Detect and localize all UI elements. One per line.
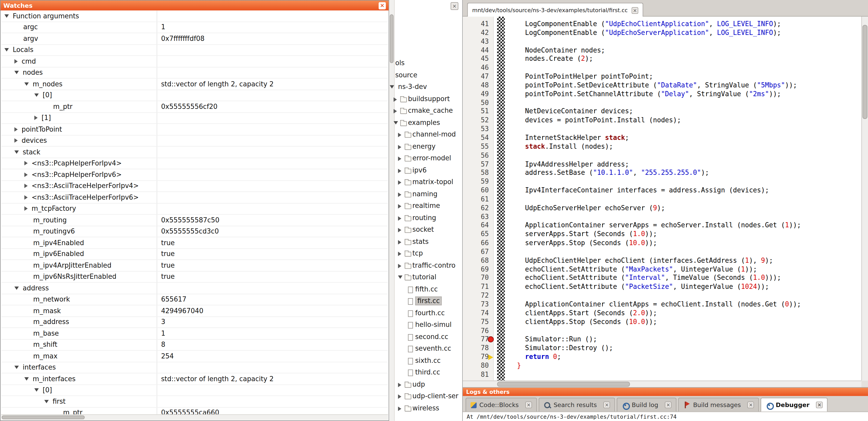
expand-arrow-icon[interactable]	[398, 228, 401, 232]
code-line[interactable]: 71 echoClient.SetAttribute ("PacketSize"…	[463, 283, 861, 292]
code-line[interactable]: 64 ApplicationContainer serverApps = ech…	[463, 221, 861, 230]
tree-item-label[interactable]: error-model	[412, 154, 451, 162]
tree-item-tutorial[interactable]: tutorial	[389, 271, 462, 284]
collapse-arrow-icon[interactable]	[390, 85, 394, 89]
code-line[interactable]: 61	[463, 195, 861, 204]
watch-row[interactable]: m_base1	[1, 328, 388, 339]
watch-row[interactable]: m_ptr0x55555556cf20	[1, 101, 388, 112]
watch-row[interactable]: m_ipv6Enabledtrue	[1, 249, 388, 260]
code-line[interactable]: 52 devices = pointToPoint.Install (nodes…	[463, 117, 861, 125]
code-line[interactable]: 63	[463, 213, 861, 222]
code-line[interactable]: 79 return 0;	[463, 353, 861, 362]
expand-arrow-icon[interactable]	[14, 138, 18, 143]
expand-arrow-icon[interactable]	[398, 144, 401, 149]
code-line[interactable]: 67	[463, 248, 861, 257]
code-line[interactable]: 60 Ipv4InterfaceContainer interfaces = a…	[463, 187, 861, 195]
watch-row[interactable]: m_routingv60x5555555cd3c0	[1, 226, 388, 237]
collapse-arrow-icon[interactable]	[4, 48, 9, 52]
tree-item-label[interactable]: first.cc	[415, 297, 442, 305]
code-line[interactable]: 73 ApplicationContainer clientApps = ech…	[463, 300, 861, 309]
close-icon[interactable]: ×	[379, 2, 386, 9]
tree-item-energy[interactable]: energy	[389, 141, 462, 153]
tree-item-label[interactable]: sixth.cc	[415, 357, 440, 364]
logs-tab-debugger[interactable]: Debugger×	[761, 398, 828, 412]
tree-item-label[interactable]: channel-mod	[412, 131, 456, 138]
watch-row[interactable]: Function arguments	[1, 10, 388, 22]
code-line[interactable]: 69 echoClient.SetAttribute ("MaxPackets"…	[463, 265, 861, 274]
close-icon[interactable]: ×	[665, 401, 672, 408]
watches-titlebar[interactable]: Watches ×	[1, 1, 389, 10]
expand-arrow-icon[interactable]	[394, 97, 397, 101]
code-line[interactable]: 62 UdpEchoServerHelper echoServer (9);	[463, 204, 861, 213]
tree-item-cmake-cache[interactable]: cmake_cache	[389, 105, 462, 117]
expand-arrow-icon[interactable]	[394, 109, 397, 113]
tree-item-label[interactable]: hello-simul	[415, 321, 452, 329]
tree-item-socket[interactable]: socket	[389, 224, 462, 236]
code-editor[interactable]: 41 LogComponentEnable ("UdpEchoClientApp…	[463, 17, 861, 380]
watch-row[interactable]: [0]	[1, 90, 388, 101]
tree-item-label[interactable]: wireless	[412, 404, 439, 412]
watch-row[interactable]: cmd	[1, 56, 388, 67]
tree-item-label[interactable]: cmake_cache	[408, 107, 453, 115]
logs-tab-build-log[interactable]: Build log×	[617, 398, 677, 412]
collapse-arrow-icon[interactable]	[394, 121, 398, 124]
tree-item-channel-mod[interactable]: channel-mod	[389, 129, 462, 141]
watch-row[interactable]: argc1	[1, 22, 388, 33]
watch-row[interactable]: <ns3::PcapHelperForIpv4>	[1, 158, 388, 169]
tree-item-label[interactable]: stats	[412, 238, 429, 246]
tree-item-label[interactable]: traffic-contro	[412, 261, 456, 269]
editor-horizontal-scrollbar[interactable]	[463, 381, 861, 387]
expand-arrow-icon[interactable]	[398, 263, 401, 268]
expand-arrow-icon[interactable]	[398, 157, 401, 161]
code-line[interactable]: 58 address.SetBase ("10.1.1.0", "255.255…	[463, 169, 861, 177]
expand-arrow-icon[interactable]	[398, 383, 401, 387]
tree-item-label[interactable]: routing	[412, 214, 436, 222]
tree-item-source[interactable]: source	[389, 69, 462, 81]
tree-item-label[interactable]: buildsupport	[408, 95, 450, 103]
code-line[interactable]: 72	[463, 292, 861, 300]
watch-row[interactable]: [0]	[1, 385, 388, 396]
watch-row[interactable]: <ns3::AsciiTraceHelperForIpv4>	[1, 181, 388, 192]
tree-item-label[interactable]: realtime	[412, 202, 440, 210]
collapse-arrow-icon[interactable]	[4, 14, 9, 18]
collapse-arrow-icon[interactable]	[24, 377, 29, 380]
watch-row[interactable]: m_tcpFactory	[1, 203, 388, 215]
watch-row[interactable]: m_address3	[1, 317, 388, 328]
tree-item-routing[interactable]: routing	[389, 212, 462, 224]
editor-vertical-scrollbar[interactable]	[861, 17, 868, 380]
tree-item-wireless[interactable]: wireless	[389, 402, 462, 414]
collapse-arrow-icon[interactable]	[34, 388, 39, 392]
tree-item-label[interactable]: source	[395, 71, 417, 79]
tree-item-matrix-topol[interactable]: matrix-topol	[389, 176, 462, 188]
watch-row[interactable]: m_ipv6NsRsJitterEnabledtrue	[1, 271, 388, 283]
watch-row[interactable]: pointToPoint	[1, 124, 388, 135]
tree-item-label[interactable]: ols	[395, 59, 404, 67]
tree-item-label[interactable]: third.cc	[415, 368, 440, 376]
watch-row[interactable]: nodes	[1, 67, 388, 78]
tree-item-label[interactable]: ipv6	[412, 166, 427, 174]
code-line[interactable]: 42 LogComponentEnable ("UdpEchoServerApp…	[463, 29, 861, 37]
expand-arrow-icon[interactable]	[24, 161, 28, 165]
expand-arrow-icon[interactable]	[398, 204, 401, 208]
tree-item-udp[interactable]: udp	[389, 379, 462, 390]
tree-item-sixth-cc[interactable]: sixth.cc	[389, 355, 462, 367]
expand-arrow-icon[interactable]	[24, 206, 28, 211]
logs-tab-build-messages[interactable]: Build messages×	[678, 398, 759, 412]
code-line[interactable]: 54 InternetStackHelper stack;	[463, 134, 861, 143]
watch-row[interactable]: <ns3::PcapHelperForIpv6>	[1, 169, 388, 181]
collapse-arrow-icon[interactable]	[398, 276, 402, 279]
collapse-arrow-icon[interactable]	[14, 150, 19, 154]
code-line[interactable]: 59	[463, 177, 861, 187]
watch-row[interactable]: [1]	[1, 112, 388, 124]
close-icon[interactable]: ×	[525, 401, 532, 408]
expand-arrow-icon[interactable]	[24, 184, 28, 188]
watch-row[interactable]: argv0x7fffffffdf08	[1, 33, 388, 44]
code-line[interactable]: 50	[463, 99, 861, 107]
tree-item-label[interactable]: ns-3-dev	[398, 83, 427, 91]
code-line[interactable]: 43	[463, 37, 861, 46]
code-line[interactable]: 48 pointToPoint.SetDeviceAttribute ("Dat…	[463, 81, 861, 90]
code-line[interactable]: 78 Simulator::Destroy ();	[463, 344, 861, 353]
tree-item-label[interactable]: tutorial	[412, 273, 437, 281]
expand-arrow-icon[interactable]	[398, 394, 401, 399]
code-line[interactable]: 70 echoClient.SetAttribute ("Interval", …	[463, 274, 861, 283]
